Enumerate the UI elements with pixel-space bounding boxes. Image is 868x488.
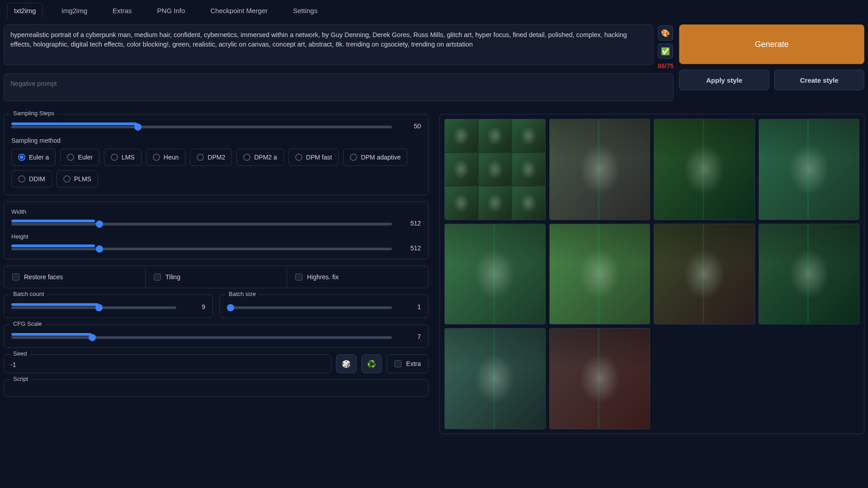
tab-pnginfo[interactable]: PNG Info: [151, 3, 192, 18]
check-icon[interactable]: ✅: [658, 43, 673, 59]
sampler-dpm2[interactable]: DPM2: [190, 149, 232, 166]
gallery-item[interactable]: [654, 119, 755, 220]
batch-count-label: Batch count: [10, 291, 47, 297]
tab-txt2img[interactable]: txt2img: [7, 3, 42, 18]
sampler-dpm2a[interactable]: DPM2 a: [236, 149, 284, 166]
gallery-item[interactable]: [549, 328, 651, 429]
sampler-dpmadaptive[interactable]: DPM adaptive: [343, 149, 407, 166]
gallery-item[interactable]: [759, 119, 860, 220]
gallery-item[interactable]: [549, 224, 651, 325]
gallery-item[interactable]: [549, 119, 651, 220]
recycle-icon[interactable]: ♻️: [361, 354, 382, 373]
cfg-slider[interactable]: [11, 336, 392, 339]
cfg-value: 7: [398, 333, 421, 340]
width-slider[interactable]: [11, 223, 392, 225]
negative-prompt-input[interactable]: [4, 73, 674, 101]
tab-extras[interactable]: Extras: [106, 3, 138, 18]
dimensions-panel: Width 512 Height 512: [4, 202, 429, 259]
sampling-steps-slider[interactable]: [11, 126, 392, 128]
seed-label: Seed: [10, 350, 29, 357]
highres-checkbox[interactable]: Highres. fix: [287, 266, 428, 288]
sampler-dpmfast[interactable]: DPM fast: [288, 149, 339, 166]
tab-checkpoint-merger[interactable]: Checkpoint Merger: [204, 3, 274, 18]
height-value: 512: [398, 244, 421, 252]
apply-style-button[interactable]: Apply style: [679, 70, 769, 90]
sampling-steps-label: Sampling Steps: [10, 110, 57, 117]
options-row: Restore faces Tiling Highres. fix: [4, 266, 429, 288]
width-value: 512: [398, 220, 421, 227]
batch-size-value: 1: [398, 303, 421, 310]
palette-icon[interactable]: 🎨: [658, 25, 673, 41]
gallery-item[interactable]: [444, 119, 546, 220]
prompt-input[interactable]: [4, 24, 653, 65]
seed-panel: Seed: [4, 354, 331, 373]
gallery-item[interactable]: [444, 224, 546, 325]
gallery-item[interactable]: [444, 328, 546, 429]
cfg-panel: CFG Scale 7: [4, 324, 429, 348]
batch-size-panel: Batch size 1: [219, 295, 429, 318]
tab-img2img[interactable]: img2img: [55, 3, 94, 18]
cfg-label: CFG Scale: [10, 320, 45, 327]
sampler-heun[interactable]: Heun: [146, 149, 185, 166]
width-label: Width: [11, 208, 421, 215]
create-style-button[interactable]: Create style: [774, 70, 864, 90]
gallery-item[interactable]: [654, 224, 755, 325]
sampler-euler-a[interactable]: Euler a: [11, 149, 56, 166]
dice-icon[interactable]: 🎲: [336, 354, 357, 373]
gallery-item[interactable]: [759, 224, 860, 325]
sampler-ddim[interactable]: DDIM: [11, 170, 52, 188]
sampler-plms[interactable]: PLMS: [57, 170, 98, 188]
batch-size-slider[interactable]: [227, 306, 392, 309]
batch-count-slider[interactable]: [11, 306, 176, 309]
seed-input[interactable]: [10, 361, 325, 368]
restore-faces-checkbox[interactable]: Restore faces: [4, 266, 146, 288]
script-label: Script: [10, 375, 31, 382]
height-label: Height: [11, 233, 421, 240]
batch-count-panel: Batch count 9: [4, 295, 213, 318]
generate-button[interactable]: Generate: [679, 24, 864, 64]
output-gallery: [439, 114, 864, 434]
tab-settings[interactable]: Settings: [287, 3, 324, 18]
token-counter: 86/75: [658, 62, 674, 70]
batch-count-value: 9: [183, 303, 205, 310]
tab-bar: txt2img img2img Extras PNG Info Checkpoi…: [4, 3, 864, 24]
seed-extra-checkbox[interactable]: Extra: [387, 354, 429, 373]
sampler-euler[interactable]: Euler: [60, 149, 99, 166]
sampler-lms[interactable]: LMS: [104, 149, 142, 166]
height-slider[interactable]: [11, 248, 392, 250]
script-panel: Script: [4, 380, 429, 397]
batch-size-label: Batch size: [226, 291, 259, 297]
sampling-panel: Sampling Steps 50 Sampling method Euler …: [4, 114, 429, 195]
sampling-method-label: Sampling method: [11, 137, 421, 144]
sampling-steps-value: 50: [398, 122, 421, 130]
tiling-checkbox[interactable]: Tiling: [146, 266, 287, 288]
